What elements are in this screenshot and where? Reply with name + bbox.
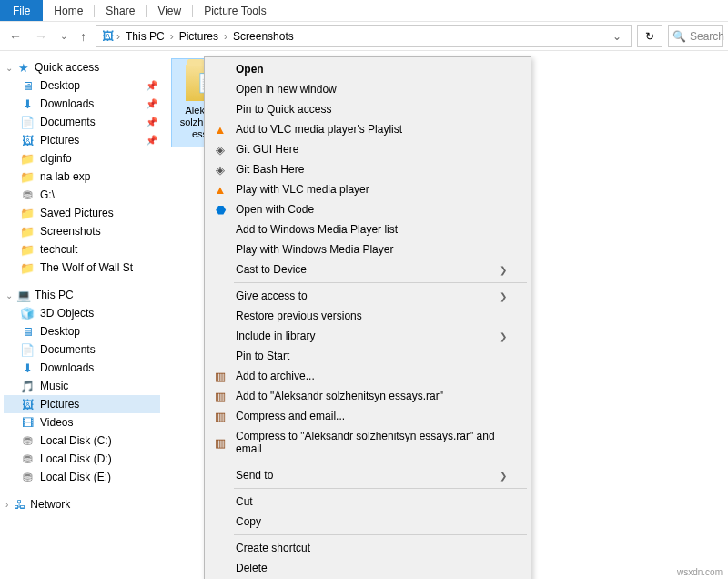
- sidebar-item-pictures[interactable]: 🖼Pictures📌: [4, 131, 160, 149]
- sidebar-item-gdrive[interactable]: ⛃G:\: [4, 186, 160, 204]
- sidebar-item-label: Local Disk (D:): [40, 452, 112, 465]
- up-button[interactable]: ↑: [76, 27, 90, 46]
- menu-cut[interactable]: Cut: [207, 492, 529, 512]
- home-tab[interactable]: Home: [43, 1, 94, 21]
- menu-copy[interactable]: Copy: [207, 512, 529, 532]
- back-button[interactable]: ←: [5, 27, 25, 46]
- menu-give-access[interactable]: Give access to❯: [207, 286, 529, 306]
- network-header[interactable]: › 🖧 Network: [4, 495, 160, 513]
- recent-dropdown[interactable]: ⌄: [56, 29, 71, 43]
- sidebar-item-documents-pc[interactable]: 📄Documents: [4, 340, 160, 359]
- menu-cast[interactable]: Cast to Device❯: [207, 259, 529, 279]
- sidebar-item-savedpictures[interactable]: 📁Saved Pictures: [4, 204, 160, 222]
- menu-compress-rar-email[interactable]: ▥Compress to "Aleksandr solzhenitsyn ess…: [207, 426, 529, 459]
- sidebar-item-downloads-pc[interactable]: ⬇Downloads: [4, 359, 160, 377]
- menu-delete[interactable]: Delete: [207, 558, 529, 578]
- sidebar-item-pictures-pc[interactable]: 🖼Pictures: [4, 395, 160, 413]
- address-dropdown[interactable]: ⌄: [607, 28, 627, 45]
- sidebar-item-clginfo[interactable]: 📁clginfo: [4, 149, 160, 168]
- menu-wmp-play[interactable]: Play with Windows Media Player: [207, 239, 529, 259]
- crumb-screenshots[interactable]: Screenshots: [229, 28, 298, 45]
- sidebar-item-label: Downloads: [40, 361, 94, 374]
- folder-icon: 📁: [20, 224, 35, 239]
- menu-label: Add to archive...: [236, 370, 315, 382]
- menu-label: Cut: [236, 495, 253, 508]
- menu-vlc-playlist[interactable]: ▲Add to VLC media player's Playlist: [207, 119, 529, 139]
- menu-label: Play with Windows Media Player: [236, 243, 393, 256]
- this-pc-label: This PC: [35, 289, 74, 301]
- sidebar-item-videos[interactable]: 🎞Videos: [4, 413, 160, 432]
- menu-label: Git Bash Here: [236, 163, 304, 176]
- forward-button[interactable]: →: [31, 27, 51, 46]
- disk-icon: ⛃: [20, 433, 35, 448]
- navigation-bar: ← → ⌄ ↑ 🖼 › This PC › Pictures › Screens…: [0, 22, 728, 51]
- star-icon: ★: [16, 60, 31, 75]
- drive-icon: ⛃: [20, 188, 35, 202]
- sidebar-item-disk-e[interactable]: ⛃Local Disk (E:): [4, 468, 160, 486]
- menu-compress-email[interactable]: ▥Compress and email...: [207, 406, 529, 426]
- sidebar-item-downloads[interactable]: ⬇Downloads📌: [4, 95, 160, 113]
- sidebar-item-desktop-pc[interactable]: 🖥Desktop: [4, 322, 160, 340]
- sidebar-item-label: Desktop: [40, 79, 80, 92]
- menu-label: Play with VLC media player: [236, 183, 369, 196]
- sidebar-item-wolf[interactable]: 📁The Wolf of Wall St: [4, 259, 160, 277]
- menu-send-to[interactable]: Send to❯: [207, 465, 529, 485]
- breadcrumb[interactable]: 🖼 › This PC › Pictures › Screenshots ⌄: [96, 25, 632, 47]
- crumb-pictures[interactable]: Pictures: [176, 28, 222, 45]
- sidebar-item-disk-d[interactable]: ⛃Local Disk (D:): [4, 450, 160, 468]
- sidebar-item-nalabexp[interactable]: 📁na lab exp: [4, 168, 160, 186]
- menu-vlc-play[interactable]: ▲Play with VLC media player: [207, 179, 529, 199]
- navigation-pane: ⌄ ★ Quick access 🖥Desktop📌 ⬇Downloads📌 📄…: [0, 51, 164, 566]
- quick-access-header[interactable]: ⌄ ★ Quick access: [4, 58, 160, 76]
- sidebar-item-documents[interactable]: 📄Documents📌: [4, 113, 160, 131]
- sidebar-item-disk-c[interactable]: ⛃Local Disk (C:): [4, 432, 160, 450]
- menu-label: Git GUI Here: [236, 143, 298, 156]
- picture-tools-tab[interactable]: Picture Tools: [193, 1, 277, 21]
- sidebar-item-label: Pictures: [40, 134, 79, 147]
- view-tab[interactable]: View: [147, 1, 192, 21]
- menu-include-library[interactable]: Include in library❯: [207, 326, 529, 346]
- menu-wmp-add[interactable]: Add to Windows Media Player list: [207, 219, 529, 239]
- menu-git-bash[interactable]: ◈Git Bash Here: [207, 159, 529, 179]
- sidebar-item-desktop[interactable]: 🖥Desktop📌: [4, 76, 160, 95]
- file-tab[interactable]: File: [0, 0, 43, 21]
- sidebar-item-screenshots[interactable]: 📁Screenshots: [4, 222, 160, 240]
- menu-add-archive[interactable]: ▥Add to archive...: [207, 366, 529, 386]
- share-tab[interactable]: Share: [95, 1, 146, 21]
- chevron-right-icon: ›: [116, 30, 120, 43]
- winrar-icon: ▥: [212, 388, 228, 404]
- pictures-icon: 🖼: [20, 397, 35, 411]
- refresh-button[interactable]: ↻: [637, 25, 662, 47]
- sidebar-item-label: G:\: [40, 188, 55, 201]
- folder-icon: 📁: [20, 260, 35, 275]
- menu-label: Compress and email...: [236, 410, 345, 422]
- sidebar-item-3dobjects[interactable]: 🧊3D Objects: [4, 304, 160, 322]
- menu-open[interactable]: Open: [207, 59, 529, 79]
- menu-open-code[interactable]: ⬣Open with Code: [207, 199, 529, 219]
- menu-open-new-window[interactable]: Open in new window: [207, 79, 529, 99]
- crumb-this-pc[interactable]: This PC: [122, 28, 168, 45]
- menu-git-gui[interactable]: ◈Git GUI Here: [207, 139, 529, 159]
- pictures-icon: 🖼: [100, 29, 115, 44]
- menu-pin-quick-access[interactable]: Pin to Quick access: [207, 99, 529, 119]
- sidebar-item-music[interactable]: 🎵Music: [4, 377, 160, 395]
- submenu-arrow-icon: ❯: [500, 331, 507, 341]
- quick-access-label: Quick access: [35, 61, 99, 74]
- disk-icon: ⛃: [20, 452, 35, 466]
- menu-label: Send to: [236, 469, 273, 482]
- menu-pin-start[interactable]: Pin to Start: [207, 346, 529, 366]
- menu-add-rar[interactable]: ▥Add to "Aleksandr solzhenitsyn essays.r…: [207, 386, 529, 406]
- sidebar-item-techcult[interactable]: 📁techcult: [4, 240, 160, 259]
- sidebar-item-label: Saved Pictures: [40, 207, 114, 219]
- this-pc-header[interactable]: ⌄ 💻 This PC: [4, 286, 160, 304]
- folder-icon: 📁: [20, 169, 35, 184]
- menu-restore[interactable]: Restore previous versions: [207, 306, 529, 326]
- sidebar-item-label: techcult: [40, 243, 77, 256]
- sidebar-item-label: Desktop: [40, 325, 80, 338]
- chevron-right-icon: ›: [5, 500, 8, 510]
- pin-icon: 📌: [146, 117, 158, 128]
- submenu-arrow-icon: ❯: [500, 291, 507, 301]
- search-input[interactable]: 🔍 Search: [668, 25, 723, 47]
- menu-separator: [234, 462, 527, 462]
- menu-create-shortcut[interactable]: Create shortcut: [207, 538, 529, 558]
